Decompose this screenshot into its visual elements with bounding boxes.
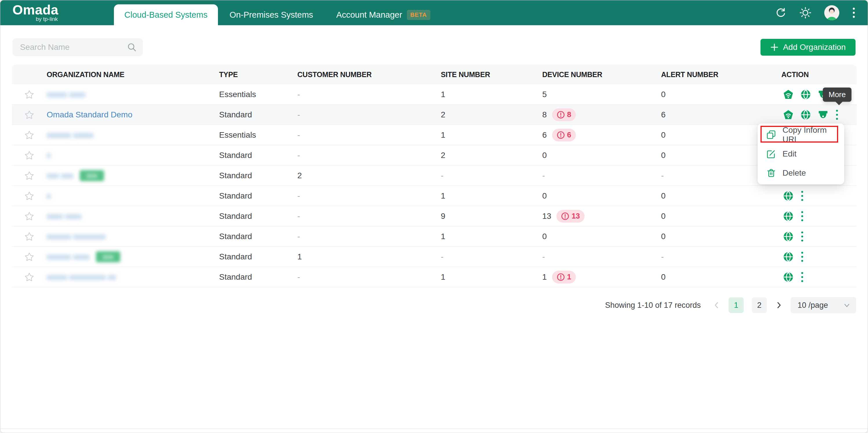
organization-name-link[interactable]: xxxxxx xxxxxxxx bbox=[46, 232, 106, 241]
organization-name-link[interactable]: xxx xxx bbox=[46, 171, 73, 180]
row-more-icon[interactable] bbox=[801, 231, 804, 242]
tab-account-manager[interactable]: Account Manager BETA bbox=[324, 4, 442, 25]
customer-number-cell: - bbox=[297, 191, 441, 200]
brand-subtitle: by tp-link bbox=[36, 16, 58, 22]
row-more-icon[interactable] bbox=[801, 190, 804, 202]
customer-number-cell: - bbox=[297, 232, 441, 241]
device-number-cell: - bbox=[542, 171, 661, 180]
favorite-star-icon[interactable] bbox=[24, 211, 34, 221]
customer-number-cell: - bbox=[297, 273, 441, 282]
chevron-down-icon bbox=[843, 302, 850, 309]
type-cell: Standard bbox=[219, 273, 297, 282]
organization-name-link[interactable]: xxxxx xxxxxxxxx xx bbox=[46, 273, 116, 282]
organization-name-link[interactable]: x bbox=[46, 151, 51, 160]
tab-cloud-based-systems[interactable]: Cloud-Based Systems bbox=[114, 4, 218, 25]
table-header-row: ORGANIZATION NAME TYPE CUSTOMER NUMBER S… bbox=[12, 65, 857, 84]
globe-icon[interactable] bbox=[783, 231, 794, 242]
alert-number-cell: 0 bbox=[661, 232, 781, 241]
type-cell: Essentials bbox=[219, 90, 297, 99]
favorite-star-icon[interactable] bbox=[24, 252, 34, 262]
globe-icon[interactable] bbox=[783, 211, 794, 221]
add-organization-button[interactable]: Add Organization bbox=[761, 39, 856, 56]
page-size-select[interactable]: 10 /page bbox=[790, 297, 856, 313]
customer-number-cell: - bbox=[297, 110, 441, 119]
alert-number-cell: 0 bbox=[661, 90, 781, 99]
organization-name-link[interactable]: xxxxxx xxxxx bbox=[46, 130, 94, 140]
site-number-cell: 1 bbox=[441, 90, 542, 99]
customer-number-cell: - bbox=[297, 130, 441, 140]
refresh-icon[interactable] bbox=[775, 7, 786, 19]
table-row: xxxxxx xxxx xxx Standard 1 - - - bbox=[12, 247, 857, 267]
site-number-cell: 2 bbox=[441, 110, 542, 119]
site-number-cell: 2 bbox=[441, 151, 542, 160]
organization-name-link[interactable]: xxxxxx xxxx bbox=[46, 252, 90, 261]
top-bar: Omada by tp-link Cloud-Based Systems On-… bbox=[0, 0, 868, 25]
favorite-star-icon[interactable] bbox=[24, 191, 34, 201]
search-input[interactable] bbox=[12, 38, 143, 56]
globe-icon[interactable] bbox=[783, 252, 794, 262]
column-header-alert-number: ALERT NUMBER bbox=[661, 70, 781, 79]
table-row: xxxxxx xxxxxxxx Standard - 1 0 0 bbox=[12, 226, 857, 247]
favorite-star-icon[interactable] bbox=[24, 171, 34, 181]
window-bottom-edge bbox=[0, 429, 868, 429]
favorite-star-icon[interactable] bbox=[24, 272, 34, 282]
favorite-star-icon[interactable] bbox=[24, 150, 34, 160]
menu-item-delete[interactable]: Delete bbox=[757, 163, 844, 183]
camera-icon[interactable] bbox=[818, 110, 828, 120]
omada-cloud-page: Omada by tp-link Cloud-Based Systems On-… bbox=[0, 0, 868, 433]
customer-number-cell: - bbox=[297, 151, 441, 160]
customer-number-cell: 1 bbox=[297, 252, 441, 261]
device-alert-badge: 6 bbox=[552, 129, 576, 142]
device-number-cell: 6 6 bbox=[542, 129, 661, 142]
next-page-button[interactable] bbox=[775, 302, 782, 309]
column-header-site-number: SITE NUMBER bbox=[441, 70, 542, 79]
row-more-icon[interactable] bbox=[801, 251, 804, 262]
menu-item-edit[interactable]: Edit bbox=[757, 144, 844, 163]
globe-icon[interactable] bbox=[783, 191, 794, 201]
row-context-menu: Copy Inform URL Edit bbox=[757, 123, 844, 184]
favorite-star-icon[interactable] bbox=[24, 130, 34, 140]
topbar-more-icon[interactable] bbox=[852, 7, 856, 19]
omada-logo: Omada by tp-link bbox=[12, 3, 58, 22]
organization-name-link[interactable]: xxxxx xxxx bbox=[46, 90, 86, 99]
globe-icon[interactable] bbox=[783, 272, 794, 282]
wifi-network-icon[interactable] bbox=[783, 110, 794, 120]
organization-name-link[interactable]: Omada Standard Demo bbox=[46, 110, 132, 119]
page-size-value: 10 /page bbox=[798, 301, 828, 310]
favorite-star-icon[interactable] bbox=[24, 110, 34, 120]
type-cell: Standard bbox=[219, 252, 297, 261]
tab-label: On-Premises Systems bbox=[229, 10, 313, 20]
theme-sun-icon[interactable] bbox=[799, 7, 811, 19]
topbar-actions bbox=[775, 0, 856, 25]
row-more-icon[interactable] bbox=[801, 272, 804, 283]
favorite-star-icon[interactable] bbox=[24, 231, 34, 241]
page-1-button[interactable]: 1 bbox=[728, 297, 744, 313]
search-icon[interactable] bbox=[127, 42, 136, 53]
site-number-cell: 1 bbox=[441, 130, 542, 140]
prev-page-button[interactable] bbox=[713, 302, 720, 309]
beta-badge: BETA bbox=[407, 10, 430, 20]
edit-icon bbox=[766, 149, 776, 159]
table-row: xxxxxx xxxxx Essentials - 1 6 6 0 bbox=[12, 125, 857, 145]
row-more-icon[interactable] bbox=[835, 109, 839, 120]
organization-name-link[interactable]: x bbox=[46, 191, 51, 200]
globe-icon[interactable] bbox=[801, 89, 811, 100]
device-number-cell: 13 13 bbox=[542, 210, 661, 223]
row-more-icon[interactable] bbox=[801, 211, 804, 222]
device-number-cell: 0 bbox=[542, 191, 661, 200]
tab-on-premises-systems[interactable]: On-Premises Systems bbox=[218, 4, 324, 25]
globe-icon[interactable] bbox=[801, 110, 811, 120]
column-header-organization-name: ORGANIZATION NAME bbox=[46, 70, 219, 79]
menu-item-copy-inform-url[interactable]: Copy Inform URL bbox=[757, 125, 844, 144]
add-organization-label: Add Organization bbox=[783, 42, 846, 52]
wifi-network-icon[interactable] bbox=[783, 89, 794, 100]
user-avatar[interactable] bbox=[824, 5, 839, 20]
pagination-summary: Showing 1-10 of 17 records bbox=[605, 301, 701, 310]
page-2-button[interactable]: 2 bbox=[752, 297, 767, 313]
organization-name-link[interactable]: xxxx xxxx bbox=[46, 212, 82, 221]
org-table-body: xxxxx xxxx Essentials - 1 5 0 bbox=[12, 84, 857, 287]
alert-number-cell: 0 bbox=[661, 273, 781, 282]
type-cell: Essentials bbox=[219, 130, 297, 140]
site-number-cell: 1 bbox=[441, 232, 542, 241]
favorite-star-icon[interactable] bbox=[24, 90, 34, 99]
